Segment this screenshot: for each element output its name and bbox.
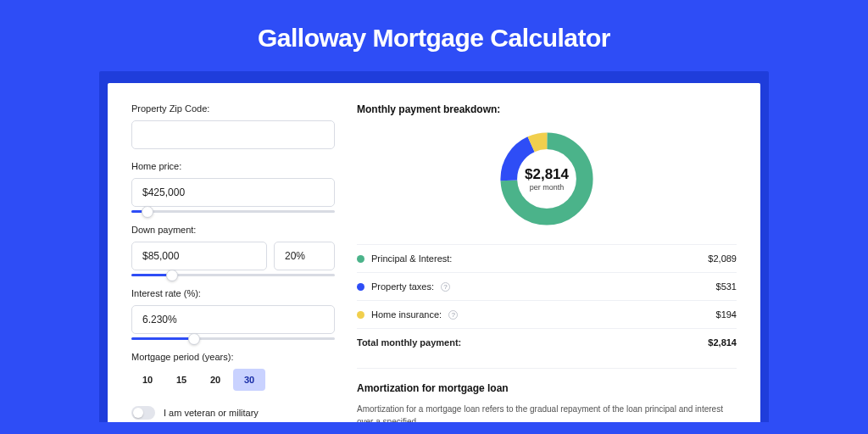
- breakdown-item-value: $194: [716, 309, 737, 320]
- zip-label: Property Zip Code:: [131, 103, 335, 114]
- mortgage-period-label: Mortgage period (years):: [131, 352, 335, 362]
- period-button-30[interactable]: 30: [233, 369, 265, 391]
- period-button-20[interactable]: 20: [199, 369, 231, 391]
- down-payment-pct-input[interactable]: [274, 242, 335, 270]
- amortization-title: Amortization for mortgage loan: [357, 382, 737, 394]
- breakdown-item-value: $2,089: [708, 253, 737, 264]
- legend-dot-icon: [357, 283, 364, 291]
- calculator-card: Property Zip Code: Home price: Down paym…: [108, 83, 760, 422]
- interest-rate-label: Interest rate (%):: [131, 288, 335, 298]
- home-price-slider-thumb[interactable]: [142, 206, 153, 218]
- down-payment-slider[interactable]: [131, 274, 335, 276]
- home-price-slider[interactable]: [131, 210, 335, 213]
- breakdown-item-label: Home insurance:: [371, 309, 442, 320]
- home-price-label: Home price:: [131, 161, 335, 171]
- inputs-column: Property Zip Code: Home price: Down paym…: [131, 103, 335, 422]
- breakdown-row: Property taxes:?$531: [357, 272, 737, 300]
- total-row: Total monthly payment: $2,814: [357, 328, 737, 356]
- veteran-toggle-label: I am veteran or military: [164, 408, 259, 418]
- breakdown-row: Home insurance:?$194: [357, 300, 737, 328]
- legend-dot-icon: [357, 255, 364, 263]
- down-payment-input[interactable]: [131, 242, 267, 270]
- interest-rate-slider-thumb[interactable]: [188, 333, 200, 345]
- page-title: Galloway Mortgage Calculator: [0, 0, 868, 71]
- breakdown-column: Monthly payment breakdown: $2,814 per mo…: [357, 103, 737, 422]
- down-payment-label: Down payment:: [131, 225, 335, 235]
- amortization-section: Amortization for mortgage loan Amortizat…: [357, 368, 737, 422]
- home-price-input[interactable]: [131, 178, 335, 207]
- breakdown-item-label: Principal & Interest:: [371, 253, 452, 264]
- donut-subtext: per month: [530, 183, 565, 192]
- breakdown-title: Monthly payment breakdown:: [357, 103, 737, 115]
- veteran-toggle-row: I am veteran or military: [131, 406, 335, 420]
- breakdown-item-value: $531: [716, 281, 737, 292]
- interest-rate-field: Interest rate (%):: [131, 288, 335, 340]
- down-payment-slider-thumb[interactable]: [166, 270, 178, 281]
- home-price-field: Home price:: [131, 161, 335, 213]
- amortization-text: Amortization for a mortgage loan refers …: [357, 403, 737, 422]
- breakdown-item-label: Property taxes:: [371, 281, 434, 292]
- help-icon[interactable]: ?: [441, 282, 450, 292]
- interest-rate-slider[interactable]: [131, 337, 335, 340]
- period-button-10[interactable]: 10: [131, 369, 164, 391]
- down-payment-field: Down payment:: [131, 225, 335, 276]
- mortgage-period-field: Mortgage period (years): 10152030: [131, 352, 335, 391]
- breakdown-row: Principal & Interest:$2,089: [357, 244, 737, 272]
- legend-dot-icon: [357, 311, 364, 319]
- total-value: $2,814: [708, 337, 737, 348]
- zip-field: Property Zip Code:: [131, 103, 335, 149]
- card-back: Property Zip Code: Home price: Down paym…: [99, 71, 769, 422]
- period-button-15[interactable]: 15: [165, 369, 198, 391]
- zip-input[interactable]: [131, 120, 335, 149]
- interest-rate-input[interactable]: [131, 305, 335, 334]
- veteran-toggle[interactable]: [131, 406, 155, 420]
- total-label: Total monthly payment:: [357, 337, 461, 348]
- help-icon[interactable]: ?: [448, 310, 458, 320]
- donut-amount: $2,814: [525, 166, 569, 183]
- donut-chart: $2,814 per month: [357, 125, 737, 244]
- veteran-toggle-knob: [133, 408, 143, 418]
